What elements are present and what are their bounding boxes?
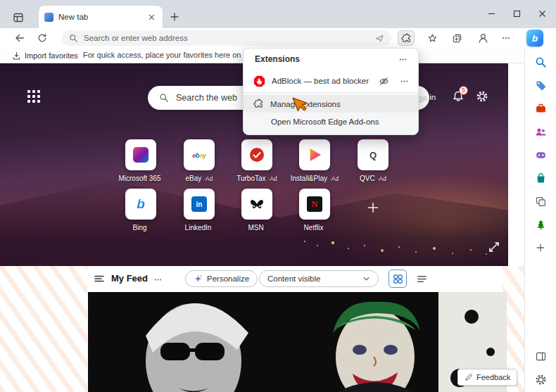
- linkedin-icon: in: [191, 196, 207, 212]
- address-bar-action-icon[interactable]: [375, 34, 384, 43]
- plus-icon: [366, 201, 380, 215]
- copilot-discover-button[interactable]: b: [526, 30, 543, 46]
- notifications-button[interactable]: 5: [451, 90, 465, 104]
- back-button[interactable]: [11, 30, 28, 46]
- close-button[interactable]: [529, 4, 555, 23]
- new-tab-button[interactable]: [168, 11, 181, 23]
- open-edge-addons-label: Open Microsoft Edge Add-ons: [271, 118, 379, 126]
- people-icon: [535, 126, 547, 138]
- tab-title: New tab: [58, 13, 141, 21]
- shortcut-tile-qvc[interactable]: Q QVC·Ad: [343, 139, 403, 182]
- import-favorites-button[interactable]: Import favorites: [8, 49, 82, 62]
- expand-background-button[interactable]: [487, 241, 501, 255]
- extensions-popup-footer: Manage extensions Open Microsoft Edge Ad…: [244, 92, 418, 134]
- address-bar[interactable]: Search or enter web address: [62, 30, 391, 46]
- shortcut-tile-bing[interactable]: b Bing: [111, 189, 170, 232]
- chevron-down-icon: [362, 275, 370, 283]
- sidebar-search-button[interactable]: [533, 55, 548, 69]
- sidebar-shopping-button[interactable]: [533, 78, 548, 92]
- title-bar: New tab: [0, 0, 556, 28]
- grid-view-toggle[interactable]: [388, 270, 407, 288]
- browser-menu-button[interactable]: [498, 30, 514, 46]
- briefcase-icon: [535, 103, 547, 115]
- shortcut-tile-msn[interactable]: MSN: [227, 189, 286, 232]
- shortcut-tile-ebay[interactable]: ebay eBay·Ad: [170, 139, 229, 182]
- extensions-button[interactable]: [398, 30, 415, 46]
- manage-extensions-item[interactable]: Manage extensions: [244, 95, 418, 113]
- sidebar-settings-button[interactable]: [533, 372, 548, 386]
- qvc-icon: Q: [369, 150, 377, 160]
- feed-section: My Feed Personalize Content visible: [0, 266, 524, 392]
- tab-new-tab[interactable]: New tab: [39, 6, 163, 28]
- personalize-label: Personalize: [207, 274, 249, 283]
- collections-button[interactable]: [448, 30, 465, 46]
- sidebar-tools-button[interactable]: [533, 101, 548, 115]
- extension-item-adblock[interactable]: AdBlock — best ad blocker: [244, 70, 418, 92]
- tree-icon: [535, 219, 547, 231]
- feed-article-card[interactable]: [88, 292, 507, 392]
- gear-icon: [475, 90, 489, 103]
- microsoft365-icon: [133, 147, 149, 163]
- minimize-icon: [488, 10, 495, 18]
- sidebar-add-button[interactable]: [533, 241, 548, 255]
- add-shortcut-button[interactable]: [364, 198, 382, 217]
- adblock-icon: [253, 75, 265, 87]
- sidebar-people-button[interactable]: [533, 125, 548, 139]
- page-settings-button[interactable]: [475, 90, 489, 104]
- feed-menu-button[interactable]: [93, 272, 106, 285]
- ellipsis-icon: [501, 33, 511, 43]
- shortcut-tile-microsoft365[interactable]: Microsoft 365: [111, 139, 170, 182]
- pencil-icon: [465, 373, 473, 381]
- extensions-popup-menu-button[interactable]: [396, 53, 410, 65]
- feed-ellipsis-icon: [153, 275, 163, 284]
- eye-slash-icon: [379, 76, 389, 87]
- hide-extension-button[interactable]: [377, 75, 391, 87]
- sidebar-panel-toggle[interactable]: [533, 349, 548, 363]
- sidebar-collections-button[interactable]: [533, 194, 548, 208]
- extension-more-button[interactable]: [397, 75, 411, 87]
- feedback-button[interactable]: Feedback: [457, 369, 517, 386]
- favorites-button[interactable]: [424, 30, 441, 46]
- refresh-button[interactable]: [34, 30, 51, 46]
- web-search-icon: [159, 93, 169, 103]
- back-icon: [14, 32, 25, 44]
- feed-title: My Feed: [111, 273, 148, 284]
- maximize-icon: [513, 10, 521, 18]
- profile-button[interactable]: [474, 30, 491, 46]
- profile-avatar-icon: [477, 32, 489, 44]
- manage-puzzle-icon: [253, 99, 264, 109]
- content-visibility-select[interactable]: Content visible: [259, 270, 379, 287]
- extensions-popup: Extensions AdBlock — best ad blocker Man…: [243, 48, 419, 135]
- shortcut-tile-installplay[interactable]: Install&Play·Ad: [285, 139, 344, 182]
- open-edge-addons-item[interactable]: Open Microsoft Edge Add-ons: [244, 113, 418, 130]
- web-search-placeholder: Search the web: [176, 93, 237, 103]
- feed-more-button[interactable]: [152, 274, 163, 284]
- sidebar-shopping-bag-button[interactable]: [533, 171, 548, 185]
- list-view-toggle[interactable]: [412, 270, 431, 288]
- netflix-icon: N: [307, 196, 322, 212]
- minimize-button[interactable]: [479, 4, 504, 23]
- workspaces-button[interactable]: [11, 11, 25, 24]
- expand-arrows-icon: [487, 241, 501, 253]
- extension-name: AdBlock — best ad blocker: [272, 77, 370, 85]
- tab-close-button[interactable]: [146, 11, 157, 23]
- tab-favicon: [44, 13, 53, 22]
- maximize-button[interactable]: [504, 4, 529, 23]
- shopping-bag-icon: [535, 172, 547, 184]
- price-tag-icon: [535, 80, 547, 91]
- sidebar-plus-icon: [535, 242, 546, 253]
- import-favorites-label: Import favorites: [25, 51, 78, 60]
- shortcut-tile-turbotax[interactable]: TurboTax·Ad: [227, 139, 286, 182]
- settings-gear-icon: [535, 374, 547, 386]
- sidebar-games-button[interactable]: [533, 148, 548, 162]
- extensions-popup-header: Extensions: [244, 49, 418, 70]
- sidebar-tree-button[interactable]: [533, 217, 548, 232]
- personalize-button[interactable]: Personalize: [185, 270, 258, 287]
- installplay-icon: [308, 148, 322, 162]
- address-placeholder: Search or enter web address: [84, 34, 369, 42]
- edge-sidebar: [524, 48, 556, 392]
- star-icon: [427, 33, 438, 44]
- shortcut-tile-netflix[interactable]: N Netflix: [285, 189, 344, 232]
- apps-launcher-button[interactable]: [27, 90, 41, 103]
- shortcut-tile-linkedin[interactable]: in LinkedIn: [170, 189, 229, 232]
